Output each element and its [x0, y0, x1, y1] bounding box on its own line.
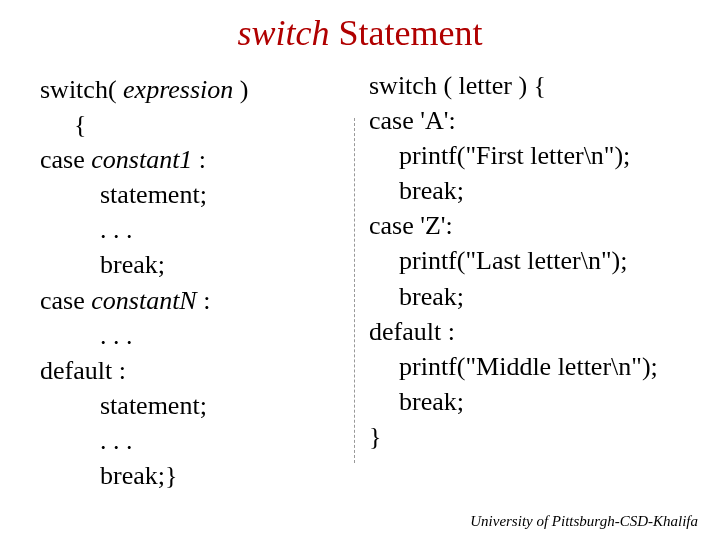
example-line: printf("Middle letter\n"); — [369, 349, 690, 384]
syntax-line: statement; — [40, 388, 340, 423]
example-line: break; — [369, 279, 690, 314]
example-line: switch ( letter ) { — [369, 68, 690, 103]
syntax-line: . . . — [40, 318, 340, 353]
example-line: printf("First letter\n"); — [369, 138, 690, 173]
text: case — [40, 145, 91, 174]
syntax-line: switch( expression ) — [40, 72, 340, 107]
syntax-line: { — [40, 107, 340, 142]
syntax-line: break;} — [40, 458, 340, 493]
syntax-expression: expression — [123, 75, 233, 104]
syntax-line: break; — [40, 247, 340, 282]
slide: switch Statement switch( expression ) { … — [0, 0, 720, 540]
example-line: } — [369, 419, 690, 454]
syntax-line: . . . — [40, 212, 340, 247]
syntax-line: case constant1 : — [40, 142, 340, 177]
footer-attribution: University of Pittsburgh-CSD-Khalifa — [470, 513, 698, 530]
text: case — [40, 286, 91, 315]
syntax-constant: constantN — [91, 286, 196, 315]
example-line: break; — [369, 384, 690, 419]
syntax-line: . . . — [40, 423, 340, 458]
text: : — [192, 145, 206, 174]
title-keyword: switch — [238, 13, 330, 53]
slide-title: switch Statement — [30, 12, 690, 54]
column-divider — [354, 118, 355, 463]
example-line: printf("Last letter\n"); — [369, 243, 690, 278]
example-column: switch ( letter ) { case 'A': printf("Fi… — [369, 68, 690, 493]
example-line: case 'A': — [369, 103, 690, 138]
title-rest: Statement — [330, 13, 483, 53]
example-line: case 'Z': — [369, 208, 690, 243]
text: : — [197, 286, 211, 315]
syntax-constant: constant1 — [91, 145, 192, 174]
content-columns: switch( expression ) { case constant1 : … — [30, 68, 690, 493]
syntax-column: switch( expression ) { case constant1 : … — [30, 68, 340, 493]
example-line: break; — [369, 173, 690, 208]
syntax-line: default : — [40, 353, 340, 388]
text: switch( — [40, 75, 123, 104]
syntax-line: case constantN : — [40, 283, 340, 318]
example-line: default : — [369, 314, 690, 349]
syntax-line: statement; — [40, 177, 340, 212]
text: ) — [233, 75, 248, 104]
